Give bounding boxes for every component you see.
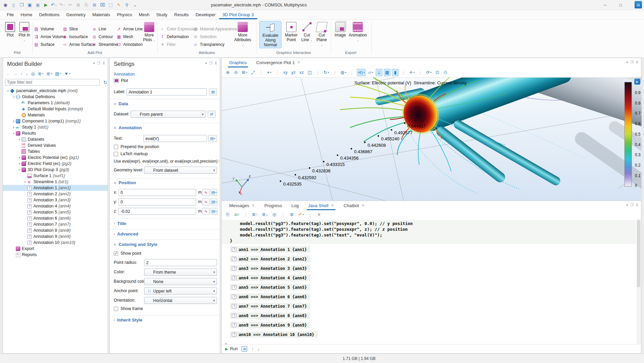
graphics-toolbar-button[interactable]: yz▾ [290,69,297,76]
tree-node[interactable]: Results [3,130,108,136]
tree-node[interactable]: Annotation 1 {ann1} [3,185,108,191]
console-toolbar-button[interactable]: ⎘▾ [224,211,231,218]
qat-icon[interactable]: ⎘⌄ [83,1,90,9]
float-panel-icon[interactable]: ❐ [97,61,100,65]
y-menu-button[interactable]: ▤▾ [211,198,217,205]
qat-icon[interactable]: ⚲⌄ [124,1,130,9]
console-toolbar-button[interactable]: ■▾ [316,211,322,218]
console-toolbar-button[interactable]: ◎▾ [271,211,278,218]
tree-node[interactable]: Electric Field (ec) {pg2} [3,161,108,167]
model-builder-toolbar-button[interactable]: ≣▾ [38,71,43,76]
ribbon-tab[interactable]: Results [171,10,192,19]
model-builder-toolbar-button[interactable]: →▾ [13,71,18,76]
title-section-header[interactable]: ›Title [114,221,126,226]
tree-node[interactable]: Annotation 4 {ann4} [3,203,108,209]
graphics-toolbar-button[interactable]: xz▾ [298,69,305,76]
x-plot-parameter-button[interactable]: ∿ [202,189,210,196]
qat-icon[interactable]: ▣⌄ [26,1,33,9]
animation-button[interactable]: Animation ⌄ [348,21,367,43]
console-toolbar-button[interactable]: ✐▾ [297,211,305,218]
position-section-header[interactable]: ∨Position [114,180,136,185]
console-tab[interactable]: Chatbot✕ [339,201,370,210]
next-command-icon[interactable]: ↓ [258,346,260,352]
expand-arrow-icon[interactable] [11,118,16,124]
graphics-toolbar-button[interactable]: ◍▾ [340,69,347,76]
qat-icon[interactable]: ❒⌄ [18,1,25,9]
expression-menu-button[interactable]: ▤▾ [208,135,217,142]
model-builder-toolbar-button[interactable]: ↓▾ [26,71,28,76]
material-appearance-button[interactable]: ▦Material Appearance [193,26,237,32]
graphics-toolbar-button[interactable]: ✛▾ [408,69,415,76]
dataset-actions-button[interactable]: ⇄ [208,111,216,118]
isosurface-button[interactable]: ◈Isosurface [62,33,88,40]
qat-icon[interactable]: ↷⌄ [59,1,65,9]
console-tab[interactable]: Messages✕ [224,201,260,210]
surface-button[interactable]: ▤Surface [34,41,54,48]
expand-arrow-icon[interactable] [6,88,10,94]
filter-button[interactable]: ▼Filter [160,41,176,48]
qat-icon[interactable]: ⌄⌄ [132,1,138,9]
marker-point-button[interactable]: Marker Point [284,21,299,43]
console-toolbar-button[interactable]: ≣↓▾ [261,211,269,218]
arrow-volume-button[interactable]: ⇶Arrow Volume [34,33,66,40]
x-input[interactable] [118,189,196,196]
graphics-toolbar-button[interactable]: ⌖▾ [266,69,272,76]
float-panel-icon[interactable]: ❐ [630,203,634,207]
graphics-toolbar-button[interactable]: xy▾ [282,69,289,76]
tree-node[interactable]: Datasets [3,136,108,142]
panel-menu-icon[interactable]: ▾ [205,61,207,65]
graphics-toolbar-button[interactable]: ▮▾ [392,69,399,76]
tree-node[interactable]: Derived Values [3,142,108,148]
console-tab[interactable]: Java Shell✕ [303,201,339,210]
graphics-toolbar-button[interactable]: ⤢▾ [249,69,256,76]
graphics-toolbar-button[interactable]: ⊡▾ [434,69,441,76]
console-toolbar-button[interactable]: |▾ [242,211,249,218]
model-builder-toolbar-button[interactable]: ◎▾ [31,71,35,76]
graphics-toolbar-button[interactable]: ⊕▾ [224,69,231,76]
tree-node[interactable]: Export [3,246,108,252]
ribbon-tab[interactable]: Developer [192,10,219,19]
tree-node[interactable]: Surface 1 {surf1} [3,173,108,179]
console-toolbar-button[interactable]: |▾ [280,211,287,218]
tree-node[interactable]: Component 1 (comp1) {comp1} [3,118,108,124]
arrow-line-button[interactable]: ⇗Arrow Line [116,26,142,32]
cut-plane-button[interactable]: Cut Plane ⌄ [315,21,329,48]
tree-node[interactable]: Annotation 9 {ann9} [3,233,108,240]
label-input[interactable] [127,88,207,95]
tree-node[interactable]: Materials [3,112,108,118]
qat-icon[interactable]: ⧉⌄ [91,1,98,9]
tree-node[interactable]: Annotation 8 {ann8} [3,227,108,233]
tree-node[interactable]: Electric Potential (ec) {pg1} [3,155,108,161]
panel-menu-icon[interactable]: ▾ [626,60,628,64]
rename-button[interactable]: ▤ [209,88,217,95]
tree-node[interactable]: Study 1 {std1} [3,124,108,130]
close-tab-icon[interactable]: ✕ [361,203,365,208]
point-radius-input[interactable] [144,259,217,266]
ribbon-tab[interactable]: Definitions [36,10,63,19]
graphics-toolbar-button[interactable]: ⎙▾ [442,69,449,76]
float-panel-icon[interactable]: ❐ [630,60,634,64]
java-shell-output[interactable]: model.result("pg3").feature(tag).set("po… [222,219,636,344]
contour-button[interactable]: ◎Contour [92,33,113,40]
transparency-button[interactable]: ▱Transparency [193,41,224,48]
tree-node[interactable]: 3D Plot Group 3 {pg3} [3,167,108,173]
more-attributes-button[interactable]: More Attributes ⌄ [232,21,253,48]
qat-icon[interactable]: ▣⌄ [34,1,41,9]
pin-panel-icon[interactable]: ⊼ [215,61,217,65]
console-toolbar-button[interactable]: ≣▾ [289,211,295,218]
console-toolbar-button[interactable]: ≣↑▾ [251,211,259,218]
arrow-surface-button[interactable]: ⇨Arrow Surface [62,41,95,48]
orientation-dropdown[interactable]: Horizontal [144,297,217,304]
graphics-toolbar-button[interactable]: ⟂▾ [376,69,382,76]
geometry-level-dropdown[interactable]: From dataset [144,167,217,174]
tree-node[interactable]: Global Definitions [3,94,108,100]
model-builder-toolbar-button[interactable]: ▼▾ [64,71,70,76]
streamline-button[interactable]: ≋Streamline [92,41,118,48]
tree-filter-input[interactable] [5,79,100,86]
qat-icon[interactable]: ▯⌄ [10,1,17,9]
tree-node[interactable]: Default Model Inputs {cminpt} [3,106,108,112]
evaluate-along-normal-button[interactable]: Evaluate Along Normal [259,21,281,48]
annotation-section-header[interactable]: ∨Annotation [114,125,142,130]
more-plots-button[interactable]: More Plots ⌄ [142,21,157,43]
window-control-button[interactable]: □ [613,0,628,10]
